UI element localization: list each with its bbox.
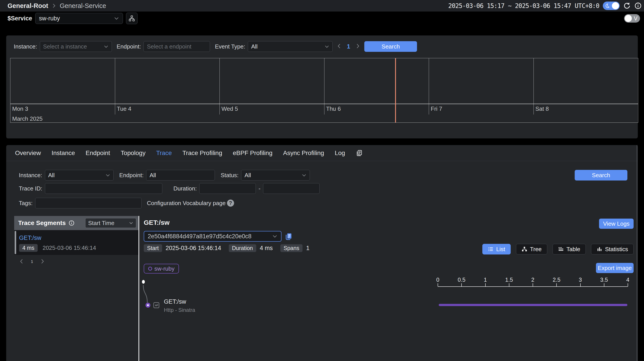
view-list-button[interactable]: List: [482, 244, 511, 254]
service-legend-pill: sw-ruby: [144, 264, 179, 274]
time-range-picker[interactable]: 2025-03-06 15:17 ~ 2025-03-06 15:47: [448, 2, 571, 10]
pager-page-number[interactable]: 1: [347, 43, 350, 50]
filter-tags-input[interactable]: [38, 200, 138, 207]
export-image-button[interactable]: Export image: [596, 263, 634, 273]
filter-endpoint-label: Endpoint:: [119, 172, 144, 179]
spans-label-badge: Spans: [280, 244, 303, 252]
breadcrumb-leaf[interactable]: General-Service: [60, 2, 106, 10]
filter-duration-min-input[interactable]: [203, 185, 252, 192]
timezone-label[interactable]: UTC+8:0: [575, 2, 599, 10]
filter-status-select[interactable]: All: [241, 170, 310, 180]
tab-trace[interactable]: Trace: [156, 150, 172, 156]
service-topology-button[interactable]: [126, 12, 138, 24]
span-endpoint-name[interactable]: GET:/sw: [164, 298, 186, 305]
event-search-button[interactable]: Search: [364, 41, 417, 52]
theme-toggle[interactable]: [603, 2, 620, 10]
tab-async-profiling[interactable]: Async Profiling: [283, 150, 324, 156]
trace-meta-row: Start 2025-03-06 15:46:14 Duration 4 ms …: [144, 244, 313, 252]
calendar-day-label: Mon 3: [10, 104, 115, 114]
segment-endpoint-link[interactable]: GET:/sw: [19, 234, 138, 242]
view-logs-button[interactable]: View Logs: [599, 218, 634, 229]
filter-endpoint-input-box[interactable]: [146, 170, 215, 180]
segment-start-time: 2025-03-06 15:46:14: [42, 244, 96, 251]
calendar-cell: [324, 58, 429, 104]
tab-topology[interactable]: Topology: [121, 150, 146, 156]
pager-prev-icon[interactable]: [20, 258, 24, 265]
trace-id-select[interactable]: 2e50a4f6884d497a81e97d5c4c20e0c8: [144, 231, 282, 242]
trace-filter-row-3: Tags: Configuration Vocabulary page ?: [19, 198, 234, 208]
event-endpoint-input-box[interactable]: [144, 41, 210, 52]
copy-trace-id-icon[interactable]: [284, 232, 293, 242]
span-duration-bar[interactable]: [439, 304, 628, 306]
view-table-button[interactable]: Table: [552, 244, 586, 254]
help-icon[interactable]: ?: [227, 200, 234, 207]
segments-sort-select[interactable]: Start Time: [85, 218, 136, 228]
chevron-down-icon: [302, 174, 306, 177]
statistics-icon: [596, 246, 602, 252]
tab-endpoint[interactable]: Endpoint: [86, 150, 110, 156]
refresh-icon[interactable]: [623, 2, 631, 10]
pager-next-icon[interactable]: [356, 43, 360, 50]
axis-tick-label: 0.5: [458, 276, 466, 283]
axis-tick-label: 4: [626, 276, 630, 283]
copy-icon[interactable]: [356, 150, 363, 156]
filter-duration-max-input[interactable]: [266, 185, 316, 192]
trace-content: Trace Segments Start Time GET:/sw: [6, 216, 638, 361]
duration-value: 4 ms: [260, 245, 273, 252]
breadcrumb-root[interactable]: General-Root: [8, 2, 48, 10]
view-tree-button[interactable]: Tree: [516, 244, 547, 254]
filter-endpoint-input[interactable]: [150, 172, 212, 179]
legend-circle-icon: [148, 267, 152, 271]
info-icon[interactable]: [634, 2, 642, 10]
trace-segments-sidebar: Trace Segments Start Time GET:/sw: [14, 216, 138, 361]
tree-icon: [522, 246, 527, 252]
version-toggle[interactable]: V: [624, 14, 640, 22]
filter-instance-select[interactable]: All: [45, 170, 114, 180]
chevron-down-icon: [324, 45, 329, 48]
pager-next-icon[interactable]: [40, 258, 44, 265]
span-ref-icon[interactable]: [153, 302, 160, 310]
calendar-day-label: Tue 4: [115, 104, 220, 114]
events-panel: Instance: Select a instance Endpoint: Ev…: [6, 36, 638, 138]
topology-icon: [128, 15, 135, 22]
filter-traceid-input[interactable]: [48, 185, 159, 192]
event-instance-select[interactable]: Select a instance: [40, 41, 112, 52]
filter-duration-separator: -: [258, 185, 260, 192]
view-statistics-button[interactable]: Statistics: [591, 244, 634, 254]
event-type-select[interactable]: All: [248, 41, 333, 52]
filter-tags-label: Tags:: [19, 200, 32, 207]
trace-search-button[interactable]: Search: [575, 170, 628, 180]
span-node-icon[interactable]: [146, 303, 150, 308]
axis-tick-label: 2: [531, 276, 534, 283]
vocabulary-link-text: Configuration Vocabulary page: [147, 200, 226, 207]
filter-tags-input-box[interactable]: [35, 198, 142, 208]
event-type-label: Event Type:: [215, 43, 245, 50]
service-select[interactable]: sw-ruby: [35, 13, 123, 24]
chevron-down-icon: [114, 16, 119, 20]
trace-id-value: 2e50a4f6884d497a81e97d5c4c20e0c8: [148, 233, 251, 240]
tab-ebpf-profiling[interactable]: eBPF Profiling: [233, 150, 272, 156]
pager-prev-icon[interactable]: [337, 43, 341, 50]
pager-page-number[interactable]: 1: [31, 260, 33, 264]
filter-duration-max-box[interactable]: [263, 183, 320, 194]
event-endpoint-input[interactable]: [147, 43, 206, 50]
trace-segments-header: Trace Segments Start Time: [14, 216, 138, 230]
trace-segment-item[interactable]: GET:/sw 4 ms 2025-03-06 15:46:14: [14, 230, 138, 255]
trace-segments-title: Trace Segments: [18, 220, 66, 226]
duration-axis: 0 0.5 1 1.5 2 2.5 3 3.5 4: [438, 276, 628, 287]
list-icon: [488, 246, 494, 252]
axis-ruler: [438, 283, 628, 287]
calendar-grid: [10, 58, 638, 104]
tab-trace-profiling[interactable]: Trace Profiling: [182, 150, 222, 156]
tab-instance[interactable]: Instance: [52, 150, 75, 156]
tab-log[interactable]: Log: [334, 150, 345, 156]
filter-traceid-input-box[interactable]: [45, 183, 162, 194]
tab-overview[interactable]: Overview: [15, 150, 41, 156]
vocabulary-link[interactable]: Configuration Vocabulary page ?: [147, 200, 234, 207]
spans-value: 1: [306, 245, 310, 252]
calendar-day-label: Sat 8: [534, 104, 638, 114]
filter-duration-min-box[interactable]: [199, 183, 256, 194]
info-icon[interactable]: [68, 220, 75, 226]
current-time-marker: [395, 58, 396, 122]
filter-status-value: All: [244, 172, 251, 179]
